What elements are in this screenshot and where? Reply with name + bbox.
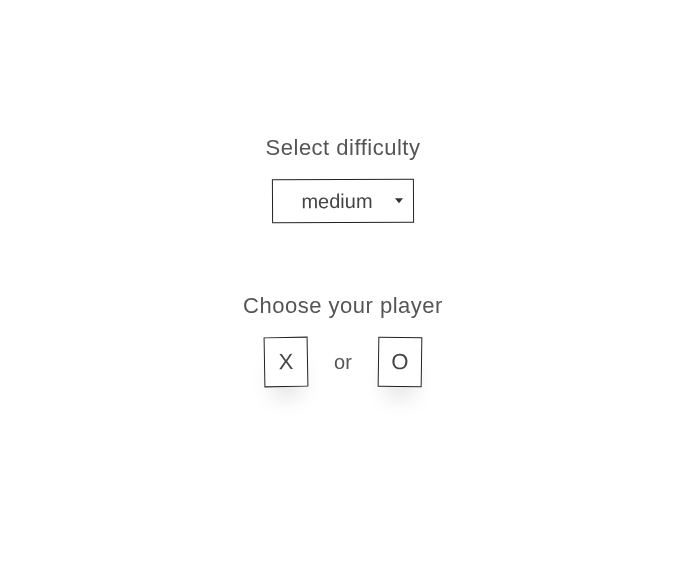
chevron-down-icon (395, 198, 403, 203)
difficulty-label: Select difficulty (266, 135, 421, 161)
or-separator: or (330, 351, 356, 374)
difficulty-select[interactable]: medium (272, 179, 414, 224)
choose-x-button[interactable]: X (264, 337, 309, 388)
choose-player-label: Choose your player (243, 293, 443, 319)
difficulty-selected-value: medium (301, 189, 372, 212)
player-choice-row: X or O (264, 337, 422, 387)
choose-o-button[interactable]: O (378, 337, 423, 388)
setup-screen: Select difficulty medium Choose your pla… (0, 0, 686, 570)
